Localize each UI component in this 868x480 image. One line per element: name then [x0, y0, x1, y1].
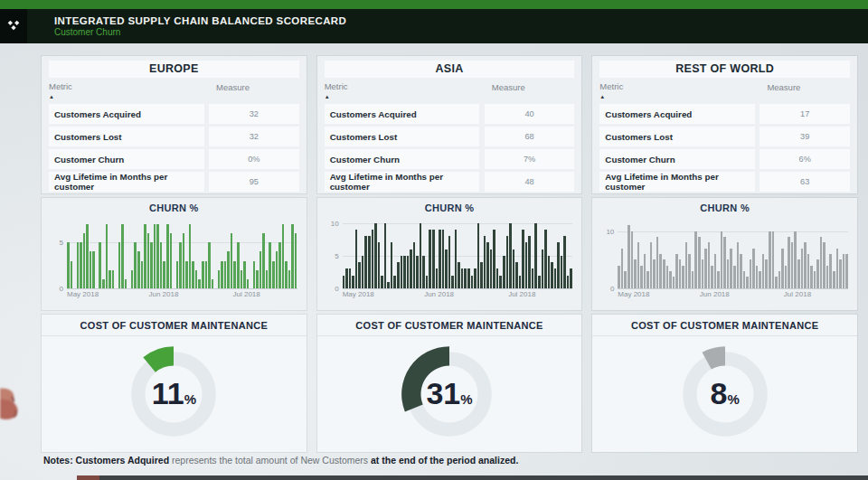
- bar[interactable]: [352, 276, 354, 288]
- bar[interactable]: [269, 242, 271, 288]
- bar[interactable]: [682, 266, 684, 288]
- bar[interactable]: [759, 271, 761, 288]
- bar[interactable]: [218, 270, 221, 288]
- churn-bar-chart[interactable]: 0510May 2018Jun 2018Jul 2018: [325, 216, 575, 305]
- bar[interactable]: [826, 266, 829, 288]
- measure-column-header[interactable]: Measure: [485, 82, 575, 92]
- bar[interactable]: [772, 231, 775, 288]
- bar[interactable]: [839, 259, 842, 288]
- bar[interactable]: [627, 225, 630, 288]
- bar[interactable]: [653, 259, 656, 288]
- bar[interactable]: [67, 242, 70, 288]
- bar[interactable]: [525, 242, 528, 288]
- bar[interactable]: [77, 242, 80, 288]
- bar[interactable]: [499, 276, 502, 288]
- bar[interactable]: [646, 271, 649, 288]
- bar[interactable]: [125, 279, 127, 288]
- bar[interactable]: [515, 262, 518, 288]
- bar[interactable]: [401, 256, 403, 288]
- bar[interactable]: [471, 276, 474, 288]
- bar[interactable]: [785, 266, 788, 288]
- bar[interactable]: [650, 242, 653, 288]
- bar[interactable]: [416, 256, 419, 288]
- bar[interactable]: [276, 251, 278, 288]
- bar[interactable]: [740, 254, 742, 288]
- bar[interactable]: [548, 256, 551, 288]
- bar[interactable]: [810, 266, 813, 288]
- bar[interactable]: [237, 242, 240, 288]
- bar[interactable]: [666, 266, 669, 288]
- bar[interactable]: [179, 242, 182, 288]
- bar[interactable]: [845, 254, 848, 288]
- bar[interactable]: [717, 271, 720, 288]
- bar[interactable]: [83, 233, 86, 288]
- bar[interactable]: [233, 261, 236, 288]
- bar[interactable]: [692, 271, 694, 288]
- bar[interactable]: [714, 254, 717, 288]
- bar[interactable]: [364, 236, 367, 288]
- bar[interactable]: [121, 224, 124, 288]
- bar[interactable]: [156, 224, 159, 288]
- bar[interactable]: [112, 270, 115, 288]
- bar[interactable]: [506, 236, 509, 288]
- table-row[interactable]: Customer Churn7%: [325, 149, 575, 169]
- bar[interactable]: [519, 276, 522, 288]
- bar[interactable]: [836, 249, 839, 288]
- bar[interactable]: [544, 230, 547, 288]
- measure-column-header[interactable]: Measure: [760, 82, 850, 92]
- bar[interactable]: [644, 254, 646, 288]
- table-row[interactable]: Customer Churn0%: [49, 149, 299, 169]
- bar[interactable]: [775, 277, 778, 288]
- bar[interactable]: [259, 251, 262, 288]
- bar[interactable]: [442, 230, 445, 288]
- bar[interactable]: [688, 254, 691, 288]
- bar[interactable]: [769, 231, 771, 288]
- bar[interactable]: [378, 242, 381, 288]
- bar[interactable]: [358, 262, 361, 288]
- bar[interactable]: [272, 261, 275, 288]
- bar[interactable]: [833, 271, 835, 288]
- bar[interactable]: [243, 261, 246, 288]
- bar[interactable]: [368, 236, 371, 288]
- bar[interactable]: [345, 268, 348, 288]
- bar[interactable]: [205, 261, 208, 288]
- bar[interactable]: [702, 259, 704, 288]
- bar[interactable]: [436, 268, 439, 288]
- bar[interactable]: [195, 270, 198, 288]
- bar[interactable]: [445, 249, 448, 288]
- bar[interactable]: [198, 279, 201, 288]
- table-row[interactable]: Avg Lifetime in Months per customer63: [599, 172, 850, 192]
- bar[interactable]: [102, 279, 105, 288]
- bar[interactable]: [522, 230, 524, 288]
- measure-column-header[interactable]: Measure: [209, 82, 299, 92]
- bar[interactable]: [778, 271, 781, 288]
- churn-bar-chart[interactable]: 010May 2018Jun 2018Jul 2018: [599, 216, 850, 305]
- bar[interactable]: [567, 276, 570, 288]
- bar[interactable]: [820, 237, 823, 288]
- bar[interactable]: [673, 277, 675, 288]
- bar[interactable]: [410, 249, 412, 288]
- bar[interactable]: [752, 249, 755, 288]
- bar[interactable]: [420, 223, 422, 288]
- bar[interactable]: [464, 268, 467, 288]
- bar[interactable]: [295, 233, 297, 288]
- bar[interactable]: [486, 242, 489, 288]
- bar[interactable]: [253, 261, 256, 288]
- table-row[interactable]: Avg Lifetime in Months per customer48: [325, 172, 575, 192]
- bar[interactable]: [807, 254, 810, 288]
- bar[interactable]: [675, 254, 678, 288]
- bar[interactable]: [461, 268, 464, 288]
- bar[interactable]: [563, 236, 566, 288]
- table-row[interactable]: Customers Lost32: [49, 127, 299, 146]
- bar[interactable]: [212, 279, 214, 288]
- bar[interactable]: [669, 271, 672, 288]
- bar[interactable]: [637, 242, 640, 288]
- bar[interactable]: [137, 251, 140, 288]
- bar[interactable]: [393, 276, 396, 288]
- bar[interactable]: [86, 224, 89, 288]
- bar[interactable]: [90, 251, 92, 288]
- bar[interactable]: [422, 256, 425, 288]
- bar[interactable]: [192, 261, 194, 288]
- bar[interactable]: [241, 270, 243, 288]
- table-row[interactable]: Customers Acquired40: [325, 104, 575, 124]
